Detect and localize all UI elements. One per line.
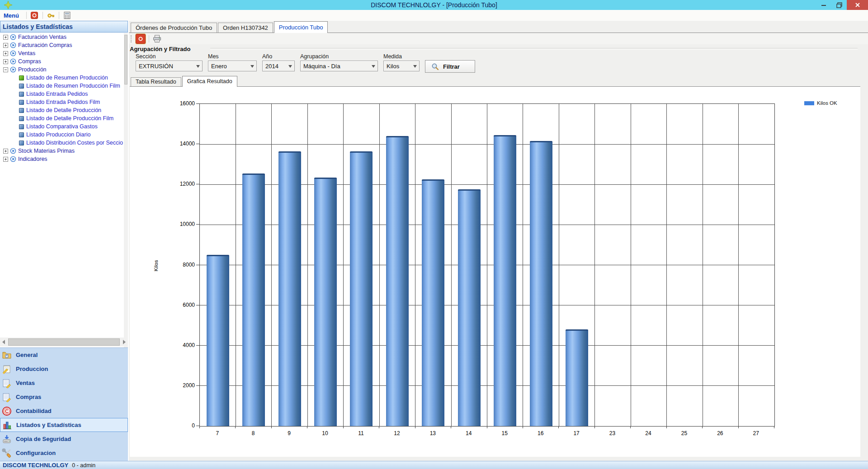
menu-item-menu[interactable]: Menú	[4, 12, 19, 19]
tab[interactable]: Orden H1307342	[218, 23, 273, 33]
status-app-name: DISCOM TECHNLOLGY	[3, 462, 68, 469]
x-axis-tick	[451, 426, 451, 428]
svg-text:C: C	[5, 408, 9, 414]
gridline	[631, 104, 631, 426]
module-nav-item[interactable]: Configuracion	[0, 446, 128, 460]
window-controls	[816, 0, 868, 10]
tree-vertical-scrollbar[interactable]	[124, 33, 128, 358]
toolbar	[129, 33, 868, 44]
filter-combobox[interactable]: Enero	[208, 61, 257, 71]
tree-category-icon	[10, 148, 16, 154]
expand-icon[interactable]	[3, 59, 8, 64]
sidebar-header-label: Listados y Estadísticas	[0, 23, 73, 30]
tree-item[interactable]: Facturación Compras	[0, 41, 124, 49]
bar-16	[530, 141, 552, 426]
tree-item[interactable]: Listado de Detalle Producción Film	[0, 114, 124, 122]
expand-icon[interactable]	[3, 43, 8, 48]
minimize-button[interactable]	[816, 0, 831, 10]
module-nav-label: Contabilidad	[16, 408, 52, 414]
close-button[interactable]	[847, 0, 868, 10]
scrollbar-thumb[interactable]	[8, 338, 120, 346]
bar-12	[386, 136, 409, 426]
tree-item[interactable]: Listado Comparativa Gastos	[0, 122, 124, 131]
x-axis-tick	[235, 426, 236, 428]
tree-item[interactable]: Compras	[0, 57, 124, 66]
sidebar: Listados y Estadísticas Facturación Vent…	[0, 21, 130, 461]
tree-item[interactable]: Indicadores	[0, 155, 124, 163]
filter-combobox[interactable]: Kilos	[383, 61, 420, 71]
tree-item[interactable]: Listado de Detalle Producción	[0, 106, 124, 114]
tree-item[interactable]: Facturación Ventas	[0, 33, 124, 41]
x-axis-tick	[343, 426, 344, 428]
result-tab-strip: Tabla ResultadoGrafica Resultado	[129, 76, 868, 86]
x-axis-tick	[487, 426, 487, 428]
expand-icon[interactable]	[3, 157, 8, 162]
collapse-icon[interactable]	[3, 67, 8, 72]
scroll-left-arrow-icon[interactable]	[0, 338, 7, 347]
tab[interactable]: Tabla Resultado	[131, 77, 181, 86]
module-nav-item[interactable]: Produccion	[0, 362, 128, 376]
bar-13	[422, 179, 444, 426]
tree-item[interactable]: Stock Materias Primas	[0, 147, 124, 155]
menu-bar: Menú	[0, 10, 868, 21]
filter-combobox[interactable]: Máquina - Día	[300, 61, 378, 71]
y-axis-tick	[196, 385, 199, 386]
tree-report-icon	[19, 100, 24, 105]
tree-item[interactable]: Listado Entrada Pedidos	[0, 90, 124, 98]
scroll-right-arrow-icon[interactable]	[121, 338, 128, 347]
tree-item[interactable]: Listado Produccion Diario	[0, 131, 124, 139]
tree-item-label: Facturación Ventas	[18, 34, 66, 40]
expand-icon[interactable]	[3, 35, 8, 40]
restore-button[interactable]	[831, 0, 847, 10]
module-nav-item[interactable]: Listados y Estadísticas	[0, 418, 128, 432]
filter-combobox[interactable]: 2014	[262, 61, 295, 71]
gridline	[415, 104, 415, 426]
status-user: 0 - admin	[72, 462, 95, 469]
tree-item-label: Listado de Resumen Producción	[26, 75, 108, 81]
expand-icon[interactable]	[3, 149, 8, 154]
module-nav-item[interactable]: Copia de Seguridad	[0, 432, 128, 446]
tree-report-icon	[19, 75, 24, 80]
tree-item[interactable]: Listado Entrada Pedidos Film	[0, 98, 124, 106]
tree-item[interactable]: Ventas	[0, 49, 124, 57]
expand-icon[interactable]	[3, 51, 8, 56]
module-nav-item[interactable]: General	[0, 348, 128, 362]
app-o-icon[interactable]	[31, 12, 38, 19]
key-icon[interactable]	[47, 12, 55, 19]
gridline	[451, 104, 452, 426]
tree-item[interactable]: Listado Distribución Costes por Seccio	[0, 139, 124, 147]
filtrar-button[interactable]: Filtrar	[425, 60, 475, 73]
x-axis-tick	[415, 426, 415, 428]
tree-item-label: Producción	[18, 66, 47, 73]
tab[interactable]: Grafica Resultado	[182, 76, 237, 87]
bar-8	[242, 174, 265, 426]
tab[interactable]: Producción Tubo	[274, 21, 328, 33]
tree-item[interactable]: Listado de Resumen Producción	[0, 74, 124, 82]
x-axis-tick	[558, 426, 559, 428]
red-c-icon: C	[2, 406, 12, 416]
y-axis-tick-label: 8000	[171, 262, 195, 268]
x-axis-tick-label: 26	[707, 430, 734, 436]
module-nav-item[interactable]: CContabilidad	[0, 404, 128, 418]
legend-swatch	[804, 101, 814, 105]
tree-item[interactable]: Producción	[0, 66, 124, 74]
tree-item[interactable]: Listado de Resumen Producción Film	[0, 82, 124, 90]
stop-o-icon[interactable]	[136, 34, 146, 44]
filter-combobox[interactable]: EXTRUSIÓN	[136, 61, 203, 71]
calculator-icon[interactable]	[63, 12, 71, 19]
tab[interactable]: Órdenes de Producción Tubo	[131, 23, 217, 33]
bar-7	[207, 255, 229, 426]
tree-report-icon	[19, 108, 24, 113]
module-nav-item[interactable]: Ventas	[0, 376, 128, 390]
x-axis-tick-label: 10	[311, 430, 339, 436]
tree-horizontal-scrollbar[interactable]	[0, 338, 128, 347]
module-nav-item[interactable]: Compras	[0, 390, 128, 404]
x-axis-tick-label: 23	[599, 430, 626, 436]
scrollbar-thumb[interactable]	[124, 35, 127, 84]
chart-panel: Kilos Kilos OK 0200040006000800010000120…	[130, 86, 860, 457]
printer-icon[interactable]	[152, 34, 161, 43]
y-axis-tick-label: 4000	[171, 342, 195, 348]
module-nav-label: General	[16, 352, 38, 358]
tree-item-label: Listado de Detalle Producción Film	[26, 115, 113, 122]
magnifier-icon	[431, 63, 439, 70]
